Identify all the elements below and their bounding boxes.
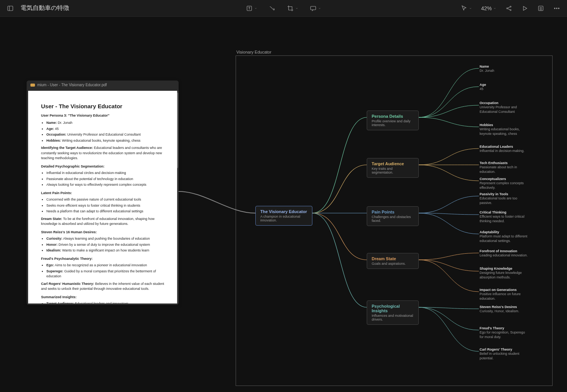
leaf-node[interactable]: Freud's TheoryEgo for recognition, Super… [480, 326, 529, 339]
attachment-card[interactable]: mium - User - The Visionary Educator.pdf… [27, 81, 179, 305]
mindmap-root-node[interactable]: The Visionary Educator A champion in edu… [255, 206, 312, 226]
more-menu-button[interactable] [551, 3, 562, 13]
leaf-node[interactable]: Passivity in ToolsEducational tools are … [480, 192, 529, 205]
pdf-page: User - The Visionary Educator User Perso… [28, 91, 177, 303]
top-toolbar: 電気自動車の特徴 42% [0, 0, 567, 17]
chevron-down-icon [295, 7, 298, 10]
frame-tool-button[interactable] [285, 3, 301, 13]
share-button[interactable] [503, 3, 515, 13]
branch-node-pain[interactable]: Pain Points Challenges and obstacles fac… [367, 206, 419, 226]
attachment-filename: mium - User - The Visionary Educator.pdf [37, 83, 107, 87]
sidebar-toggle-button[interactable] [5, 3, 16, 13]
file-type-badge [30, 84, 35, 87]
leaf-node[interactable]: OccupationUniversity Professor and Educa… [480, 101, 529, 114]
leaf-node[interactable]: Steven Reiss's DesiresCuriosity, Honor, … [480, 305, 519, 314]
leaf-node[interactable]: AdaptabilityPlatform must adapt to diffe… [480, 230, 529, 243]
play-icon [521, 5, 528, 12]
panel-icon [7, 5, 14, 12]
leaf-node[interactable]: Critical ThinkingEfficient ways to foste… [480, 210, 529, 223]
chevron-down-icon [318, 7, 321, 10]
comment-tool-button[interactable] [307, 3, 323, 13]
svg-point-12 [556, 8, 557, 8]
list-icon [537, 5, 544, 12]
zoom-control[interactable]: 42% [479, 4, 499, 13]
pointer-tool-button[interactable] [458, 3, 474, 13]
zoom-level: 42% [481, 5, 492, 11]
svg-point-4 [507, 8, 508, 9]
leaf-node[interactable]: ConceptualizersRepresent complex concept… [480, 177, 529, 190]
outline-button[interactable] [535, 3, 546, 13]
leaf-node[interactable]: Educational LeadersInfluential in decisi… [480, 145, 524, 153]
pointer-icon [461, 5, 467, 12]
leaf-node[interactable]: Age45 [480, 83, 486, 92]
svg-point-5 [510, 6, 511, 7]
leaf-node[interactable]: NameDr. Jonah [480, 65, 494, 73]
crop-icon [287, 5, 294, 12]
share-icon [505, 5, 512, 12]
canvas[interactable]: mium - User - The Visionary Educator.pdf… [0, 17, 567, 392]
connector-icon [269, 5, 276, 12]
frame-title[interactable]: Visionary Educator [236, 50, 271, 54]
branch-node-target[interactable]: Target Audience Key traits and segmentat… [367, 158, 419, 178]
svg-point-6 [510, 9, 511, 11]
svg-point-13 [558, 8, 559, 8]
chevron-down-icon [469, 7, 472, 10]
document-title: 電気自動車の特徴 [21, 4, 69, 12]
ellipsis-icon [553, 5, 560, 12]
present-button[interactable] [519, 3, 531, 13]
svg-point-11 [554, 8, 555, 8]
leaf-node[interactable]: Shaping KnowledgeDesigning future knowle… [480, 267, 529, 280]
text-icon [246, 5, 253, 12]
pdf-heading: User - The Visionary Educator [41, 102, 164, 111]
branch-node-persona[interactable]: Persona Details Profile overview and dai… [367, 111, 419, 130]
leaf-node[interactable]: Forefront of InnovationLeading education… [480, 249, 528, 258]
connector-tool-button[interactable] [266, 3, 278, 13]
node-title: The Visionary Educator [260, 209, 307, 214]
branch-node-psych[interactable]: Psychological Insights Influences and mo… [367, 300, 419, 325]
leaf-node[interactable]: HobbiesWriting educational books, keynot… [480, 123, 529, 136]
branch-node-dream[interactable]: Dream State Goals and aspirations. [367, 253, 419, 269]
chevron-down-icon [254, 7, 257, 10]
attachment-tab: mium - User - The Visionary Educator.pdf [27, 81, 179, 89]
node-subtitle: A champion in educational innovation. [260, 215, 307, 222]
leaf-node[interactable]: Carl Rogers' TheoryBelief in unlocking s… [480, 348, 529, 360]
leaf-node[interactable]: Tech EnthusiastsPassionate about tech in… [480, 161, 529, 174]
text-tool-button[interactable] [244, 3, 260, 13]
comment-icon [310, 5, 317, 12]
chevron-down-icon [493, 7, 496, 10]
svg-rect-0 [8, 6, 13, 11]
leaf-node[interactable]: Impact on GenerationsPositive influence … [480, 288, 529, 301]
svg-rect-3 [310, 6, 316, 9]
pdf-persona-line: User Persona 3: "The Visionary Educator" [41, 113, 164, 119]
